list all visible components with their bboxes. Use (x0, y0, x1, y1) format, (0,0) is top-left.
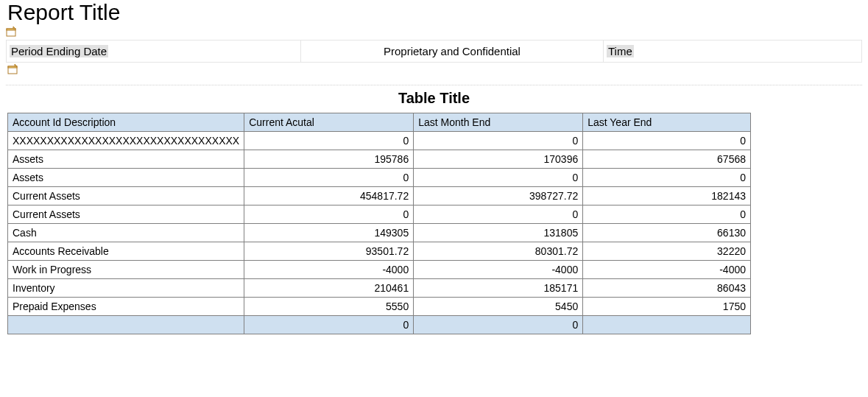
table-row: Current Assets000 (8, 205, 751, 224)
cell-last-month: 398727.72 (414, 187, 583, 205)
table-row: Assets19578617039667568 (8, 150, 751, 169)
cell-last-year: 67568 (583, 150, 751, 169)
cell-current: 0 (244, 132, 414, 150)
table-header-row: Account Id Description Current Acutal La… (8, 113, 751, 132)
table-row: Work in Progress-4000-4000-4000 (8, 261, 751, 279)
col-header-current-actual: Current Acutal (244, 113, 414, 132)
table-row: XXXXXXXXXXXXXXXXXXXXXXXXXXXXXXXXX000 (8, 132, 751, 150)
cell-last-month: 0 (414, 132, 583, 150)
cell-description: Current Assets (8, 205, 244, 224)
col-header-last-month-end: Last Month End (414, 113, 583, 132)
section-divider (6, 85, 862, 85)
header-info-bar: Period Ending Date Proprietary and Confi… (6, 40, 862, 63)
cell-last-month: 0 (414, 169, 583, 187)
report-title: Report Title (6, 0, 862, 25)
footer-last-month: 0 (414, 316, 583, 334)
cell-current: 210461 (244, 279, 414, 298)
cell-last-month: 185171 (414, 279, 583, 298)
cell-last-month: 131805 (414, 224, 583, 242)
cell-last-year: 32220 (583, 242, 751, 261)
table-footer-row: 0 0 (8, 316, 751, 334)
cell-last-year: 0 (583, 169, 751, 187)
cell-last-year: 66130 (583, 224, 751, 242)
cell-current: 149305 (244, 224, 414, 242)
period-ending-date-field: Period Ending Date (10, 45, 108, 57)
cell-last-month: 5450 (414, 298, 583, 316)
cell-current: 93501.72 (244, 242, 414, 261)
cell-last-year: 182143 (583, 187, 751, 205)
table-row: Accounts Receivable93501.7280301.7232220 (8, 242, 751, 261)
cell-last-month: -4000 (414, 261, 583, 279)
cell-current: 454817.72 (244, 187, 414, 205)
document-icon (7, 64, 19, 74)
cell-current: 0 (244, 169, 414, 187)
footer-current: 0 (244, 316, 414, 334)
table-title: Table Title (6, 90, 862, 107)
cell-current: -4000 (244, 261, 414, 279)
cell-last-year: 0 (583, 205, 751, 224)
cell-description: Prepaid Expenses (8, 298, 244, 316)
cell-description: Cash (8, 224, 244, 242)
table-row: Assets000 (8, 169, 751, 187)
data-table: Account Id Description Current Acutal La… (7, 113, 751, 334)
col-header-description: Account Id Description (8, 113, 244, 132)
cell-description: Current Assets (8, 187, 244, 205)
cell-description: Assets (8, 169, 244, 187)
cell-description: XXXXXXXXXXXXXXXXXXXXXXXXXXXXXXXXX (8, 132, 244, 150)
cell-last-month: 0 (414, 205, 583, 224)
cell-last-year: 1750 (583, 298, 751, 316)
cell-current: 5550 (244, 298, 414, 316)
cell-current: 0 (244, 205, 414, 224)
document-icon (6, 27, 18, 37)
table-row: Cash14930513180566130 (8, 224, 751, 242)
col-header-last-year-end: Last Year End (583, 113, 751, 132)
cell-last-year: -4000 (583, 261, 751, 279)
cell-last-year: 0 (583, 132, 751, 150)
cell-description: Inventory (8, 279, 244, 298)
table-row: Prepaid Expenses555054501750 (8, 298, 751, 316)
cell-last-month: 80301.72 (414, 242, 583, 261)
footer-desc (8, 316, 244, 334)
cell-last-year: 86043 (583, 279, 751, 298)
cell-description: Accounts Receivable (8, 242, 244, 261)
time-field: Time (607, 45, 634, 57)
cell-description: Assets (8, 150, 244, 169)
table-row: Current Assets454817.72398727.72182143 (8, 187, 751, 205)
footer-last-year (583, 316, 751, 334)
cell-last-month: 170396 (414, 150, 583, 169)
confidential-label: Proprietary and Confidential (301, 41, 604, 62)
cell-current: 195786 (244, 150, 414, 169)
table-row: Inventory21046118517186043 (8, 279, 751, 298)
cell-description: Work in Progress (8, 261, 244, 279)
